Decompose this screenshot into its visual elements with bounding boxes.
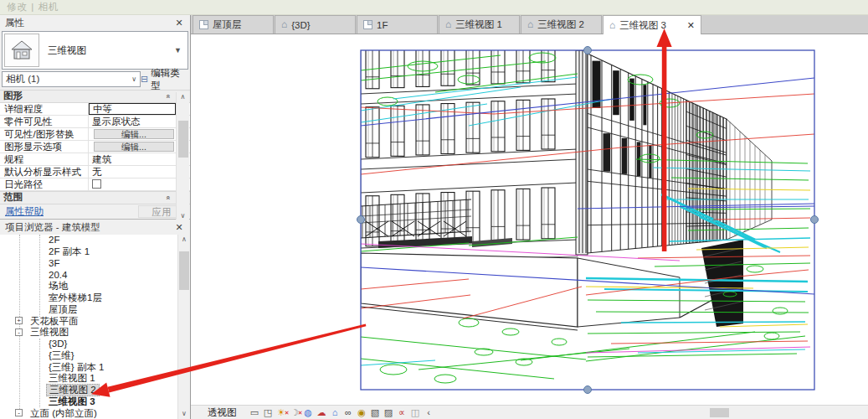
- edit-button[interactable]: 编辑...: [94, 142, 174, 152]
- tab-3d-view-2[interactable]: ⌂三维视图 2: [521, 15, 602, 34]
- section-header-graphics[interactable]: 图形 «: [0, 90, 190, 103]
- property-value[interactable]: 建筑: [89, 153, 176, 165]
- wireframe-drawing[interactable]: [191, 34, 868, 405]
- property-value: 编辑...: [89, 141, 176, 153]
- edit-type-icon: ⊟: [141, 74, 148, 85]
- temporary-hide-isolate-icon[interactable]: ∞: [342, 406, 355, 418]
- temporary-view-properties-icon[interactable]: ◫: [409, 406, 422, 418]
- tree-item-view[interactable]: {三维}: [0, 350, 190, 362]
- properties-grid: 详细程度 中等 零件可见性 显示原状态 可见性/图形替换 编辑... 图形显示选…: [0, 103, 190, 191]
- tree-item-category[interactable]: +天花板平面: [0, 315, 190, 327]
- tree-item-label: 3F: [46, 258, 62, 269]
- property-value[interactable]: 显示原状态: [89, 116, 176, 127]
- tree-item-label: 场地: [46, 281, 70, 292]
- tree-item-label: 20.4: [46, 270, 69, 281]
- type-selector[interactable]: 三维视图 ▼: [2, 31, 188, 70]
- scroll-up-icon[interactable]: ∧: [181, 92, 186, 102]
- reveal-constraints-icon[interactable]: ∝: [396, 406, 408, 418]
- section-header-extents[interactable]: 范围 «: [0, 191, 190, 204]
- scroll-up-icon[interactable]: ∧: [182, 235, 187, 245]
- section-label: 范围: [3, 191, 23, 204]
- horizontal-scrollbar-thumb[interactable]: [710, 408, 729, 417]
- scrollbar-thumb[interactable]: [179, 251, 189, 290]
- expand-chevron-icon[interactable]: ‹: [423, 406, 435, 418]
- tree-item-label: 三维视图: [28, 327, 71, 338]
- tree-item-level[interactable]: 室外楼梯1层: [0, 292, 190, 304]
- collapse-icon[interactable]: -: [15, 328, 23, 336]
- collapse-icon[interactable]: «: [163, 94, 172, 98]
- tab-3d-view-3-active[interactable]: ⌂三维视图 3✕: [603, 15, 701, 34]
- edit-button[interactable]: 编辑...: [94, 129, 174, 139]
- sun-path-checkbox[interactable]: [92, 179, 101, 189]
- tree-item-label: 三维视图 3: [46, 396, 98, 407]
- crop-view-icon[interactable]: ▧: [369, 406, 382, 418]
- tree-item-category[interactable]: -立面 (内部立面): [0, 407, 190, 419]
- 3d-view-canvas[interactable]: [191, 34, 868, 405]
- crop-handle-bottom[interactable]: [584, 386, 592, 394]
- visual-style-icon[interactable]: ◳: [262, 406, 275, 418]
- house-3d-icon: ⌂: [527, 20, 533, 29]
- tab-3d-view-1[interactable]: ⌂三维视图 1: [439, 15, 520, 34]
- property-value: [89, 178, 176, 190]
- project-browser: 项目浏览器 - 建筑模型 ✕ 2F 2F 副本 1 3F 20.4 场地 室外楼…: [0, 220, 190, 419]
- tree-item-category[interactable]: -三维视图: [0, 327, 190, 339]
- scroll-down-icon[interactable]: ∨: [182, 409, 187, 419]
- section-label: 图形: [3, 90, 23, 102]
- view-scale-label[interactable]: 透视图: [208, 406, 237, 419]
- tree-item-view[interactable]: 三维视图 1: [0, 373, 190, 385]
- project-browser-tree: 2F 2F 副本 1 3F 20.4 场地 室外楼梯1层 屋顶层 +天花板平面 …: [0, 235, 190, 419]
- tab-label: {3D}: [291, 20, 349, 30]
- property-row: 详细程度 中等: [0, 103, 190, 116]
- tree-item-view-selected[interactable]: 三维视图 2: [0, 385, 190, 396]
- chevron-down-icon[interactable]: ▼: [174, 46, 187, 54]
- view-tab-bar: 屋顶层 ⌂{3D} 1F ⌂三维视图 1 ⌂三维视图 2 ⌂三维视图 3✕: [191, 15, 868, 34]
- properties-scrollbar[interactable]: ∧ ∨: [176, 92, 189, 221]
- ribbon-context-bar: 修改 | 相机: [0, 0, 868, 15]
- tree-item-level[interactable]: 屋顶层: [0, 304, 190, 316]
- tab-1f-plan[interactable]: 1F: [357, 15, 438, 34]
- project-browser-title: 项目浏览器 - 建筑模型: [5, 221, 173, 234]
- properties-close-icon[interactable]: ✕: [173, 18, 185, 28]
- tree-item-level[interactable]: 2F 副本 1: [0, 246, 190, 258]
- tab-3d-default[interactable]: ⌂{3D}: [275, 15, 356, 34]
- project-browser-close-icon[interactable]: ✕: [173, 222, 185, 233]
- properties-title: 属性: [5, 17, 173, 29]
- tree-item-view[interactable]: {3D}: [0, 339, 190, 350]
- render-icon[interactable]: ◍: [302, 406, 315, 418]
- tree-scrollbar[interactable]: ∧ ∨: [177, 235, 190, 419]
- show-crop-region-icon[interactable]: ▨: [383, 406, 395, 418]
- tree-item-level[interactable]: 20.4: [0, 269, 190, 281]
- shadows-off-icon[interactable]: ☽✕: [289, 406, 301, 418]
- edit-type-button[interactable]: ⊟ 编辑类型: [141, 71, 188, 87]
- properties-help-link[interactable]: 属性帮助: [5, 205, 138, 218]
- tab-close-icon[interactable]: ✕: [687, 20, 695, 31]
- crop-handle-left[interactable]: [357, 216, 365, 224]
- tree-item-level[interactable]: 2F: [0, 235, 190, 246]
- reveal-hidden-elements-icon[interactable]: ◉: [356, 406, 368, 418]
- property-value[interactable]: 无: [89, 166, 176, 178]
- expand-icon[interactable]: +: [15, 317, 23, 324]
- floor-plan-icon: [363, 20, 372, 29]
- collapse-icon[interactable]: «: [163, 195, 172, 199]
- scrollbar-thumb[interactable]: [178, 121, 188, 158]
- sun-path-off-icon[interactable]: ☀✕: [275, 406, 288, 418]
- tab-roof-plan[interactable]: 屋顶层: [193, 15, 274, 34]
- tree-item-level[interactable]: 场地: [0, 281, 190, 292]
- tree-item-view[interactable]: {三维} 副本 1: [0, 361, 190, 373]
- render-in-cloud-icon[interactable]: ☁: [316, 406, 328, 418]
- selection-filter-combo[interactable]: 相机 (1) ∨: [2, 71, 141, 87]
- floor-plan-icon: [199, 20, 208, 29]
- property-row: 日光路径: [0, 178, 190, 191]
- image-size-icon[interactable]: ▭: [249, 406, 261, 418]
- tree-item-view-current[interactable]: 三维视图 3: [0, 396, 190, 408]
- property-name: 规程: [0, 153, 89, 165]
- collapse-icon[interactable]: -: [15, 409, 23, 416]
- render-gallery-icon[interactable]: ⌂: [329, 406, 342, 418]
- crop-handle-right[interactable]: [811, 216, 819, 224]
- crop-handle-top[interactable]: [584, 47, 592, 54]
- property-value[interactable]: 中等: [89, 103, 176, 115]
- tree-item-label: 天花板平面: [28, 316, 81, 327]
- tree-item-level[interactable]: 3F: [0, 258, 190, 270]
- tree-item-label: 室外楼梯1层: [46, 292, 105, 303]
- property-name: 可见性/图形替换: [0, 128, 89, 140]
